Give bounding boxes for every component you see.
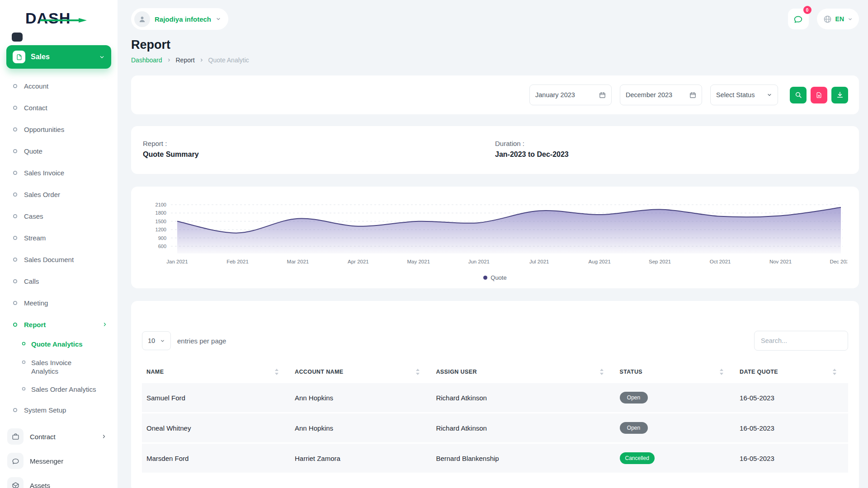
sort-icon[interactable] xyxy=(416,369,420,375)
quotes-table: NAMEACCOUNT NAMEASSIGN USERSTATUSDATE QU… xyxy=(142,362,848,474)
sort-icon[interactable] xyxy=(833,369,836,375)
cell-account-name: Harriet Zamora xyxy=(290,444,431,474)
chart-card: 6009001200150018002100Jan 2021Feb 2021Ma… xyxy=(131,187,859,288)
duration-label: Duration : xyxy=(495,140,847,147)
table-search-input[interactable] xyxy=(754,331,848,351)
sidebar-item-sales-invoice[interactable]: Sales Invoice xyxy=(6,162,111,183)
sidebar-subitem-sales-invoice-analytics[interactable]: Sales Invoice Analytics xyxy=(22,354,111,381)
cell-date-quote: 16-05-2023 xyxy=(735,444,848,474)
bullet-icon xyxy=(13,105,18,110)
sidebar-item-contact[interactable]: Contact xyxy=(6,97,111,118)
svg-text:Jun 2021: Jun 2021 xyxy=(468,259,490,264)
sidebar-item-system-setup[interactable]: System Setup xyxy=(6,399,111,421)
sidebar-footer: ContractMessengerAssets xyxy=(6,424,111,488)
chevron-right-icon xyxy=(102,322,108,327)
sort-icon[interactable] xyxy=(600,369,604,375)
to-date-input[interactable]: December 2023 xyxy=(620,84,702,105)
sidebar-item-stream[interactable]: Stream xyxy=(6,227,111,249)
sidebar-item-sales[interactable]: Sales xyxy=(6,45,111,69)
report-summary: Report : Quote Summary xyxy=(143,140,495,159)
clear-filter-button[interactable] xyxy=(811,87,827,103)
status-badge: Open xyxy=(620,422,648,434)
chevron-right-icon xyxy=(167,58,171,62)
table-body: Samuel FordAnn HopkinsRichard AtkinsonOp… xyxy=(142,383,848,474)
bullet-icon xyxy=(13,192,18,197)
sidebar-item-calls[interactable]: Calls xyxy=(6,270,111,292)
bullet-icon xyxy=(13,322,18,327)
language-selector[interactable]: EN xyxy=(817,9,859,29)
download-icon xyxy=(836,91,844,99)
cell-account-name: Ann Hopkins xyxy=(290,413,431,444)
sidebar-item-assets[interactable]: Assets xyxy=(6,473,111,488)
bullet-icon xyxy=(22,387,26,391)
sidebar-item-cases[interactable]: Cases xyxy=(6,205,111,227)
export-button[interactable] xyxy=(831,87,848,103)
sidebar-subitem-sales-order-analytics[interactable]: Sales Order Analytics xyxy=(22,380,111,399)
legend-label: Quote xyxy=(491,274,506,281)
chevron-right-icon xyxy=(101,434,107,439)
sidebar-item-quote[interactable]: Quote xyxy=(6,140,111,162)
brand-logo[interactable]: DASH xyxy=(25,8,111,28)
to-date-value: December 2023 xyxy=(626,91,672,99)
bullet-icon xyxy=(13,84,18,89)
from-date-value: January 2023 xyxy=(535,91,575,99)
sidebar-item-sales-document[interactable]: Sales Document xyxy=(6,249,111,270)
legend-marker-icon xyxy=(483,276,487,280)
cell-date-quote: 16-05-2023 xyxy=(735,383,848,413)
table-row[interactable]: Marsden FordHarriet ZamoraBernard Blanke… xyxy=(142,444,848,474)
duration-value: Jan-2023 to Dec-2023 xyxy=(495,150,847,159)
status-select[interactable]: Select Status xyxy=(710,84,778,105)
apply-filter-button[interactable] xyxy=(790,87,807,103)
brand-arrow-icon xyxy=(40,16,87,24)
column-header-account-name[interactable]: ACCOUNT NAME xyxy=(290,362,431,383)
cell-name: Oneal Whitney xyxy=(142,413,290,444)
svg-text:May 2021: May 2021 xyxy=(407,259,430,264)
sidebar-item-account[interactable]: Account xyxy=(6,75,111,97)
sidebar-item-opportunities[interactable]: Opportunities xyxy=(6,118,111,140)
chat-bubble-icon xyxy=(793,14,803,24)
breadcrumb-current: Quote Analytic xyxy=(208,56,249,64)
column-header-assign-user[interactable]: ASSIGN USER xyxy=(431,362,615,383)
company-selector[interactable]: Rajodiya infotech xyxy=(131,8,228,30)
svg-text:Nov 2021: Nov 2021 xyxy=(769,259,792,264)
table-row[interactable]: Oneal WhitneyAnn HopkinsRichard Atkinson… xyxy=(142,413,848,444)
sidebar-item-sales-order[interactable]: Sales Order xyxy=(6,183,111,205)
status-badge: Cancelled xyxy=(620,452,655,464)
breadcrumb-report[interactable]: Report xyxy=(176,56,195,64)
sidebar-item-messenger[interactable]: Messenger xyxy=(6,449,111,473)
column-header-name[interactable]: NAME xyxy=(142,362,290,383)
table-row[interactable]: Samuel FordAnn HopkinsRichard AtkinsonOp… xyxy=(142,383,848,413)
sort-icon[interactable] xyxy=(275,369,278,375)
from-date-input[interactable]: January 2023 xyxy=(529,84,612,105)
bullet-icon xyxy=(13,279,18,284)
sidebar-item-meeting[interactable]: Meeting xyxy=(6,292,111,314)
sidebar-subitem-quote-analytics[interactable]: Quote Analytics xyxy=(22,335,111,354)
bullet-icon xyxy=(22,342,26,346)
svg-text:Sep 2021: Sep 2021 xyxy=(649,259,671,264)
svg-text:Oct 2021: Oct 2021 xyxy=(710,259,731,264)
collapsed-menu-item-icon[interactable] xyxy=(12,33,23,42)
bullet-icon xyxy=(13,149,18,154)
column-header-status[interactable]: STATUS xyxy=(615,362,736,383)
globe-icon xyxy=(823,15,832,23)
chevron-right-icon xyxy=(199,58,204,62)
breadcrumb-dashboard[interactable]: Dashboard xyxy=(131,56,162,64)
quote-area-chart: 6009001200150018002100Jan 2021Feb 2021Ma… xyxy=(142,198,847,269)
entries-per-page-select[interactable]: 10 xyxy=(142,331,171,350)
svg-text:Jul 2021: Jul 2021 xyxy=(529,259,549,264)
column-header-date-quote[interactable]: DATE QUOTE xyxy=(735,362,848,383)
summary-card: Report : Quote Summary Duration : Jan-20… xyxy=(131,126,859,174)
table-header-row: NAMEACCOUNT NAMEASSIGN USERSTATUSDATE QU… xyxy=(142,362,848,383)
chart-legend[interactable]: Quote xyxy=(142,274,848,281)
calendar-icon xyxy=(599,92,606,99)
cell-status: Cancelled xyxy=(615,444,736,474)
search-icon xyxy=(795,91,802,99)
sidebar-item-contract[interactable]: Contract xyxy=(6,424,111,449)
filter-card: January 2023 December 2023 Select Status xyxy=(131,75,859,114)
sidebar-item-report[interactable]: Report xyxy=(6,314,111,335)
cell-assign-user: Bernard Blankenship xyxy=(431,444,615,474)
chevron-down-icon xyxy=(767,92,772,98)
svg-text:Apr 2021: Apr 2021 xyxy=(348,259,369,264)
sort-icon[interactable] xyxy=(720,369,723,375)
messages-button[interactable]: 0 xyxy=(788,9,809,29)
